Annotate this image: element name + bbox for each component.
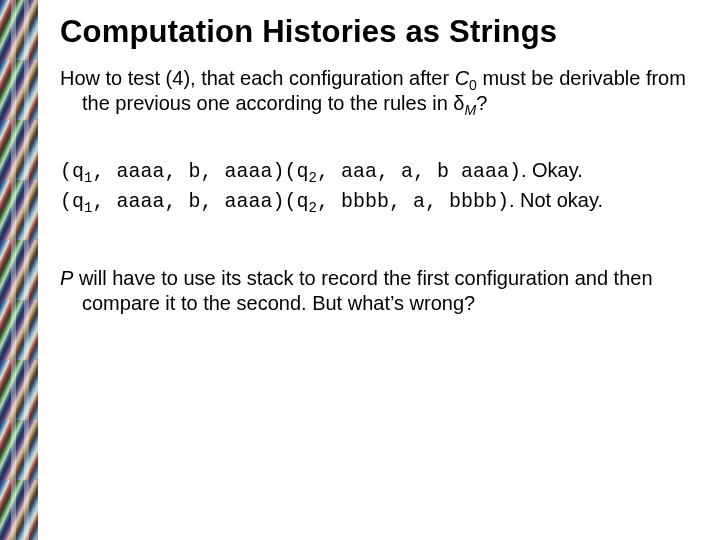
ex2-open: ( — [60, 190, 72, 213]
ex2-q1: q — [72, 190, 84, 213]
example-row-2: (q1, aaaa, b, aaaa)(q2, bbbb, a, bbbb). … — [60, 186, 696, 216]
closing-p: P — [60, 267, 73, 289]
ex2-verdict: . Not okay. — [509, 189, 603, 211]
ex1-verdict: . Okay. — [521, 159, 583, 181]
slide: Computation Histories as Strings How to … — [0, 0, 720, 540]
intro-lead: How to test (4), that each configuration… — [60, 67, 455, 89]
ex1-open: ( — [60, 160, 72, 183]
closing-paragraph: P will have to use its stack to record t… — [60, 266, 696, 316]
ex2-seg2: , bbbb, a, bbbb) — [317, 190, 509, 213]
example-block: (q1, aaaa, b, aaaa)(q2, aaa, a, b aaaa).… — [60, 156, 696, 216]
intro-delta-sub: M — [464, 102, 476, 118]
intro-c: C — [455, 67, 469, 89]
intro-c-sub: 0 — [469, 77, 477, 93]
ex1-q2-sub: 2 — [309, 170, 317, 186]
intro-paragraph: How to test (4), that each configuration… — [60, 66, 696, 116]
ex2-seg1: , aaaa, b, aaaa)( — [92, 190, 296, 213]
slide-title: Computation Histories as Strings — [60, 14, 696, 50]
intro-delta: δ — [453, 92, 464, 114]
ex1-seg1: , aaaa, b, aaaa)( — [92, 160, 296, 183]
ex1-q1: q — [72, 160, 84, 183]
slide-content: Computation Histories as Strings How to … — [60, 14, 696, 336]
example-row-1: (q1, aaaa, b, aaaa)(q2, aaa, a, b aaaa).… — [60, 156, 696, 186]
ex2-q2-sub: 2 — [309, 200, 317, 216]
ex1-seg2: , aaa, a, b aaaa) — [317, 160, 521, 183]
intro-tail: ? — [476, 92, 487, 114]
ex1-q2: q — [296, 160, 308, 183]
ex2-q2: q — [296, 190, 308, 213]
decorative-border — [0, 0, 38, 540]
closing-rest: will have to use its stack to record the… — [73, 267, 652, 314]
